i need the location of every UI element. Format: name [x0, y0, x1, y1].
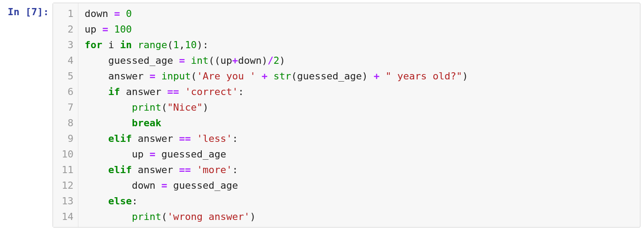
- code-token-str: 'wrong answer': [167, 211, 249, 222]
- line-number: 8: [57, 115, 73, 131]
- line-number: 4: [57, 53, 73, 68]
- code-line[interactable]: print('wrong answer'): [85, 209, 634, 224]
- code-token-sp: [155, 70, 161, 82]
- code-token-sp: [102, 39, 108, 50]
- line-number: 9: [57, 131, 73, 146]
- code-line[interactable]: elif answer == 'less':: [85, 131, 634, 146]
- line-number: 7: [57, 99, 73, 115]
- code-token-op: =: [150, 70, 155, 82]
- code-token-op: =: [114, 8, 120, 19]
- code-line[interactable]: down = guessed_age: [85, 178, 634, 193]
- code-token-sp: [114, 39, 120, 50]
- code-token-op: +: [261, 70, 267, 82]
- code-line[interactable]: answer = input('Are you ' + str(guessed_…: [85, 68, 634, 84]
- code-token-punc: ): [279, 55, 285, 66]
- code-token-num: 2: [273, 55, 279, 66]
- code-token-var: guessed_age: [297, 70, 362, 82]
- code-token-sp: [256, 70, 261, 82]
- code-token-sp: [185, 55, 191, 66]
- code-token-punc: (: [167, 39, 173, 50]
- code-line[interactable]: print("Nice"): [85, 99, 634, 115]
- code-token-sp: [379, 70, 385, 82]
- code-token-punc: (: [208, 55, 214, 66]
- code-token-op: =: [179, 55, 185, 66]
- code-token-op: ==: [167, 86, 179, 97]
- code-token-kw: break: [132, 117, 161, 128]
- code-token-bi: print: [132, 102, 161, 113]
- code-line[interactable]: for i in range(1,10):: [85, 37, 634, 53]
- code-token-var: answer: [108, 70, 143, 82]
- code-token-sp: [173, 164, 179, 175]
- code-token-sp: [120, 8, 126, 19]
- code-token-bi: range: [138, 39, 167, 50]
- prompt-prefix: In: [8, 6, 25, 17]
- code-token-str: "Nice": [167, 102, 202, 113]
- code-token-punc: (: [161, 211, 167, 222]
- code-token-op: ==: [179, 133, 191, 144]
- code-token-num: 10: [185, 39, 197, 50]
- code-token-sp: [143, 149, 149, 160]
- code-token-var: down: [238, 55, 261, 66]
- code-token-sp: [191, 133, 196, 144]
- code-token-var: answer: [126, 86, 161, 97]
- code-editor[interactable]: down = 0up = 100for i in range(1,10): gu…: [78, 3, 640, 227]
- code-token-op: +: [232, 55, 238, 66]
- code-token-var: up: [132, 149, 144, 160]
- line-number: 1: [57, 6, 73, 21]
- code-token-sp: [132, 39, 138, 50]
- prompt-close-bracket: ]:: [37, 6, 49, 17]
- code-token-punc: ): [362, 70, 368, 82]
- code-token-sp: [132, 133, 138, 144]
- code-token-punc: :: [238, 86, 244, 97]
- code-token-punc: :: [203, 39, 208, 50]
- code-line[interactable]: break: [85, 115, 634, 131]
- code-token-var: down: [85, 8, 108, 19]
- code-token-num: 1: [173, 39, 179, 50]
- code-line[interactable]: up = 100: [85, 21, 634, 37]
- code-token-sp: [155, 180, 161, 191]
- code-line[interactable]: if answer == 'correct':: [85, 84, 634, 99]
- line-number: 2: [57, 21, 73, 37]
- code-token-punc: (: [161, 102, 167, 113]
- code-token-punc: ,: [179, 39, 185, 50]
- code-token-bi: str: [273, 70, 291, 82]
- code-token-num: 0: [126, 8, 132, 19]
- code-token-op: /: [268, 55, 273, 66]
- code-token-var: guessed_age: [173, 180, 238, 191]
- code-token-bi: input: [161, 70, 191, 82]
- code-token-kw: if: [108, 86, 120, 97]
- code-token-var: guessed_age: [108, 55, 173, 66]
- code-token-sp: [161, 86, 167, 97]
- code-token-var: guessed_age: [161, 149, 226, 160]
- code-token-var: down: [132, 180, 155, 191]
- code-line[interactable]: up = guessed_age: [85, 146, 634, 162]
- code-token-str: 'correct': [185, 86, 238, 97]
- code-token-kw: for: [85, 39, 102, 50]
- code-token-var: i: [108, 39, 114, 50]
- code-token-op: =: [161, 180, 167, 191]
- code-token-kw: elif: [108, 164, 132, 175]
- code-token-sp: [143, 70, 149, 82]
- line-number: 13: [57, 193, 73, 209]
- code-line[interactable]: guessed_age = int((up+down)/2): [85, 53, 634, 68]
- code-token-sp: [167, 180, 173, 191]
- code-token-punc: (: [291, 70, 297, 82]
- code-token-punc: ): [203, 102, 208, 113]
- code-token-punc: ): [261, 55, 267, 66]
- code-token-punc: (: [191, 70, 196, 82]
- line-number-gutter: 1234567891011121314: [53, 3, 78, 227]
- code-line[interactable]: elif answer == 'more':: [85, 162, 634, 178]
- code-token-str: " years old?": [386, 70, 462, 82]
- code-token-sp: [173, 133, 179, 144]
- code-token-op: +: [374, 70, 379, 82]
- code-input-area[interactable]: 1234567891011121314 down = 0up = 100for …: [53, 3, 640, 228]
- code-line[interactable]: down = 0: [85, 6, 634, 21]
- code-line[interactable]: else:: [85, 193, 634, 209]
- code-token-bi: int: [191, 55, 208, 66]
- prompt-open-bracket: [: [25, 6, 31, 17]
- code-token-kw: in: [120, 39, 132, 50]
- code-token-str: 'more': [197, 164, 232, 175]
- code-token-var: answer: [138, 164, 173, 175]
- code-token-punc: :: [232, 133, 238, 144]
- code-token-punc: ): [197, 39, 203, 50]
